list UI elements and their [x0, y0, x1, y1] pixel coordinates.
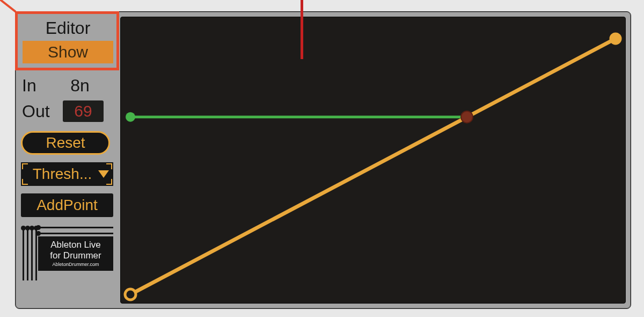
- thresh-dropdown[interactable]: Thresh...: [21, 162, 113, 186]
- device-container: Editor Show In 8n Out 69 Reset Thresh...…: [15, 11, 631, 309]
- marker-start-handle[interactable]: [126, 112, 135, 122]
- logo-line3: AbletonDrummer.com: [38, 261, 113, 268]
- curve-end-handle[interactable]: [610, 33, 621, 44]
- in-label: In: [21, 76, 57, 96]
- sidebar: Editor Show In 8n Out 69 Reset Thresh...…: [16, 12, 119, 308]
- reset-button[interactable]: Reset: [21, 131, 110, 155]
- in-row: In 8n: [21, 74, 115, 97]
- out-label: Out: [21, 102, 57, 121]
- curve-line[interactable]: [130, 39, 616, 294]
- add-point-button[interactable]: AddPoint: [21, 193, 113, 217]
- curve-plot: [121, 17, 625, 303]
- annotation-pointer-line: [301, 0, 303, 59]
- logo-line2: for Drummer: [38, 250, 113, 261]
- show-button[interactable]: Show: [23, 41, 113, 63]
- intersection-handle[interactable]: [461, 111, 473, 123]
- chevron-down-icon: [98, 170, 109, 178]
- in-value[interactable]: 8n: [57, 76, 103, 96]
- dropdown-label: Thresh...: [33, 165, 92, 183]
- annotation-diagonal-tail: [0, 0, 16, 13]
- brand-logo: Ableton Live for Drummer AbletonDrummer.…: [21, 225, 113, 280]
- logo-line1: Ableton Live: [38, 240, 113, 250]
- curve-start-handle[interactable]: [125, 289, 136, 300]
- curve-editor-canvas[interactable]: [120, 17, 626, 304]
- out-value[interactable]: 69: [63, 100, 104, 122]
- editor-title: Editor: [21, 16, 115, 40]
- out-row: Out 69: [21, 100, 115, 123]
